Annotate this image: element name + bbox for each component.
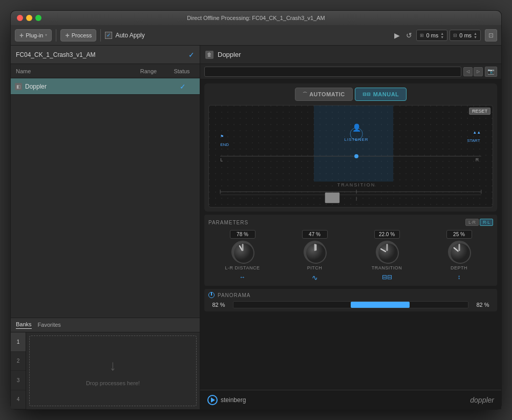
parameters-section: PARAMETERS L·R R·L 78 % — [204, 215, 497, 286]
process-list-area — [11, 95, 200, 318]
plugin-btn-label: Plug-in — [26, 32, 43, 38]
transition-knob-indicator — [377, 242, 399, 264]
panorama-control: 82 % 82 % — [208, 301, 493, 308]
bank-num-1[interactable]: 1 — [11, 332, 26, 352]
maximize-button[interactable] — [35, 15, 41, 21]
next-preset-button[interactable]: ▷ — [474, 67, 483, 76]
clip-name: FC04_CK_1_Crash3_v1_AM — [16, 51, 95, 58]
add-plugin-button[interactable]: + Plug-in ▾ — [15, 29, 52, 41]
plugin-row-doppler[interactable]: ◧ Doppler ✓ — [11, 78, 200, 95]
right-panel: 🗑 Doppler ◁ ▷ 📷 ⌒ AUT — [200, 46, 501, 409]
doppler-brand-name: doppler — [470, 396, 494, 404]
plugin-controls: ◁ ▷ 📷 — [200, 64, 501, 79]
pitch-icon: ∿ — [312, 274, 318, 282]
transition-knob[interactable] — [376, 241, 398, 263]
banks-section: Banks Favorites 1 2 3 4 ↓ Drop processes… — [11, 318, 200, 409]
lr-buttons: L·R R·L — [465, 219, 493, 226]
tab-favorites[interactable]: Favorites — [38, 322, 61, 329]
depth-knob-indicator — [449, 242, 472, 264]
automatic-icon: ⌒ — [303, 91, 308, 98]
panorama-label: PANORAMA — [218, 292, 251, 298]
col-status-header: Status — [169, 68, 195, 74]
lr-distance-icon: ↔ — [240, 274, 246, 281]
plugin-active-check: ✓ — [170, 82, 196, 91]
depth-value: 25 % — [446, 230, 472, 239]
pan-bar-fill — [351, 302, 410, 308]
col-range-header: Range — [128, 68, 169, 74]
mode-buttons: ⌒ AUTOMATIC ⊟⊟ MANUAL — [208, 88, 493, 101]
automatic-mode-button[interactable]: ⌒ AUTOMATIC — [295, 88, 353, 101]
lr-distance-label: L-R DISTANCE — [225, 265, 260, 270]
svg-point-28 — [450, 243, 471, 263]
knob-col-pitch: 47 % — [281, 230, 349, 282]
drop-arrow-icon: ↓ — [103, 355, 123, 376]
bank-num-3[interactable]: 3 — [11, 371, 26, 390]
minimize-button[interactable] — [26, 15, 32, 21]
doppler-plugin-body: ⌒ AUTOMATIC ⊟⊟ MANUAL RESET — [200, 79, 501, 390]
svg-text:LISTENER: LISTENER — [345, 137, 369, 142]
plus-icon: + — [19, 31, 24, 39]
depth-knob[interactable] — [448, 241, 471, 263]
bank-drop-zone[interactable]: ↓ Drop processes here! — [29, 335, 197, 406]
plugin-header: 🗑 Doppler — [200, 46, 501, 64]
auto-apply-checkbox[interactable]: ✓ — [105, 32, 112, 39]
banks-tabs: Banks Favorites — [11, 318, 200, 332]
svg-rect-17 — [325, 193, 339, 203]
plugin-trash-icon[interactable]: 🗑 — [205, 51, 214, 59]
transition-label: TRANSITION — [372, 265, 402, 270]
close-button[interactable] — [17, 15, 23, 21]
manual-mode-button[interactable]: ⊟⊟ MANUAL — [355, 88, 407, 101]
svg-text:TRANSITION: TRANSITION — [337, 182, 376, 187]
lr-distance-value: 78 % — [230, 230, 255, 239]
svg-rect-2 — [314, 106, 393, 182]
pre-time-value: 0 ms — [426, 32, 438, 38]
svg-text:END: END — [220, 142, 229, 147]
depth-icon: ↕ — [458, 274, 461, 281]
steinberg-logo — [207, 395, 218, 405]
lr-button[interactable]: L·R — [465, 219, 479, 226]
snapshot-button[interactable]: 📷 — [485, 67, 497, 77]
bank-num-4[interactable]: 4 — [11, 390, 26, 410]
plus-icon-2: + — [65, 31, 69, 39]
pitch-label: PITCH — [307, 265, 323, 270]
col-name-header: Name — [16, 68, 128, 74]
transition-value: 22.0 % — [374, 230, 400, 239]
visualization-area[interactable]: RESET — [208, 105, 493, 207]
doppler-inner: ⌒ AUTOMATIC ⊟⊟ MANUAL RESET — [204, 83, 497, 212]
automatic-label: AUTOMATIC — [309, 91, 345, 97]
power-inner — [211, 292, 212, 296]
toolbar-separator — [56, 29, 56, 41]
prev-preset-button[interactable]: ◁ — [463, 67, 473, 76]
bank-num-2[interactable]: 2 — [11, 352, 26, 371]
knob-row: 78 % — [208, 230, 493, 282]
svg-text:L: L — [220, 157, 223, 162]
auto-apply-label: Auto Apply — [115, 32, 144, 39]
main-window: Direct Offline Processing: FC04_CK_1_Cra… — [10, 10, 502, 410]
post-time-display: ⊟ 0 ms ▲▼ — [450, 30, 481, 41]
add-process-button[interactable]: + Process — [60, 29, 96, 41]
transition-icon: ⊟⊟ — [382, 274, 392, 281]
pre-time-arrows[interactable]: ▲▼ — [440, 32, 444, 39]
panorama-section: PANORAMA 82 % 82 % — [204, 289, 497, 311]
reset-button[interactable]: RESET — [469, 108, 490, 115]
svg-text:▲▲: ▲▲ — [473, 130, 481, 135]
bank-numbers: 1 2 3 4 — [11, 332, 26, 409]
visualization-svg: 👤 LISTENER ⚑ END ▲▲ START L — [209, 106, 493, 207]
play-button[interactable]: ▶ — [392, 30, 402, 40]
panorama-power-button[interactable] — [208, 292, 215, 298]
pitch-value: 47 % — [302, 230, 328, 239]
post-time-arrows[interactable]: ▲▼ — [474, 32, 477, 39]
rl-button[interactable]: R·L — [480, 219, 493, 226]
auto-apply-section: ✓ Auto Apply — [105, 32, 144, 39]
panorama-bar[interactable] — [233, 301, 468, 308]
rewind-button[interactable]: ↺ — [404, 30, 414, 40]
tab-banks[interactable]: Banks — [16, 321, 32, 329]
toolbar: + Plug-in ▾ + Process ✓ Auto Apply ▶ ↺ ⊞… — [11, 25, 501, 46]
svg-point-26 — [378, 243, 398, 263]
pitch-knob[interactable] — [304, 241, 326, 263]
main-content: FC04_CK_1_Crash3_v1_AM ✓ Name Range Stat… — [11, 46, 501, 409]
fullscreen-button[interactable]: ⊡ — [485, 29, 497, 41]
manual-icon: ⊟⊟ — [362, 92, 371, 97]
lr-distance-knob[interactable] — [231, 241, 254, 263]
plugin-type-icon: ◧ — [15, 83, 22, 90]
